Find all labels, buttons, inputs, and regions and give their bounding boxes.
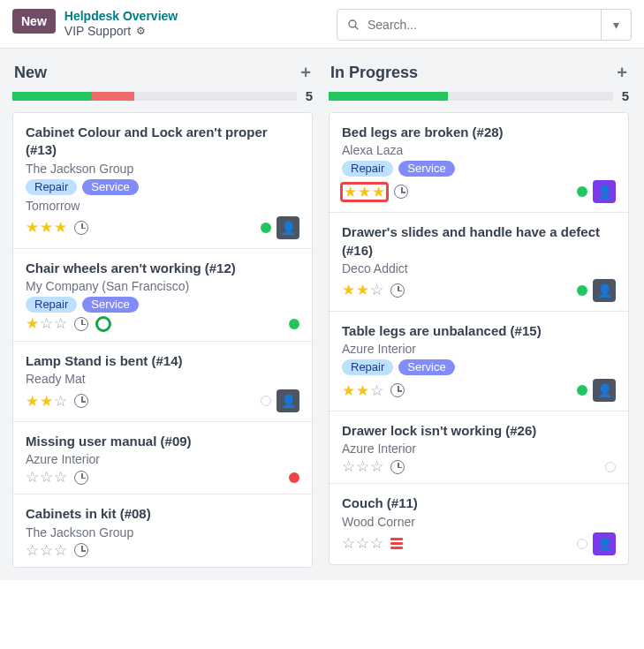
breadcrumb: Helpdesk Overview VIP Support ⚙	[64, 9, 178, 38]
star-icon[interactable]: ☆	[356, 536, 369, 551]
activity-icon[interactable]	[390, 383, 405, 397]
card-footer: ★★☆👤	[342, 279, 616, 302]
tag[interactable]: Repair	[342, 161, 393, 177]
assignee-avatar[interactable]: 👤	[593, 180, 616, 203]
star-icon[interactable]: ★	[356, 383, 369, 398]
star-icon[interactable]: ☆	[54, 394, 67, 409]
star-icon[interactable]: ☆	[54, 470, 67, 485]
star-icon[interactable]: ★	[342, 383, 355, 398]
star-icon[interactable]: ★	[26, 316, 39, 331]
assignee-avatar[interactable]: 👤	[277, 216, 299, 239]
kanban-card[interactable]: Cabinet Colour and Lock aren't proper (#…	[13, 113, 312, 249]
star-icon[interactable]: ☆	[40, 543, 53, 558]
priority-stars[interactable]: ★★★	[342, 184, 387, 200]
kanban-card[interactable]: Drawer's slides and handle have a defect…	[330, 213, 628, 312]
add-card-icon[interactable]: +	[617, 63, 627, 83]
activity-icon[interactable]	[74, 221, 88, 235]
assignee-avatar[interactable]: 👤	[593, 279, 616, 302]
priority-stars[interactable]: ★★★	[26, 220, 67, 235]
activity-icon[interactable]	[74, 543, 88, 557]
star-icon[interactable]: ★	[26, 394, 39, 409]
state-dot[interactable]	[577, 539, 587, 549]
star-icon[interactable]: ☆	[26, 470, 39, 485]
star-icon[interactable]: ☆	[26, 543, 39, 558]
star-icon[interactable]: ★	[40, 220, 53, 235]
kanban-card[interactable]: Lamp Stand is bent (#14)Ready Mat★★☆👤	[13, 342, 312, 422]
tag[interactable]: Service	[398, 359, 454, 375]
kanban-card[interactable]: Missing user manual (#09)Azure Interior☆…	[13, 422, 312, 494]
kanban-card[interactable]: Cabinets in kit (#08)The Jackson Group☆☆…	[13, 494, 312, 566]
priority-stars[interactable]: ★☆☆	[26, 316, 67, 331]
star-icon[interactable]: ☆	[54, 316, 67, 331]
star-icon[interactable]: ☆	[342, 536, 355, 551]
star-icon[interactable]: ★	[358, 185, 371, 200]
card-customer: Deco Addict	[342, 261, 616, 275]
assignee-avatar[interactable]: 👤	[277, 389, 299, 412]
state-dot[interactable]	[289, 319, 299, 329]
assignee-avatar[interactable]: 👤	[593, 379, 616, 402]
search-input[interactable]	[366, 17, 592, 33]
tag[interactable]: Repair	[26, 297, 77, 313]
add-card-icon[interactable]: +	[300, 63, 311, 83]
star-icon[interactable]: ☆	[370, 459, 383, 474]
kanban-card[interactable]: Chair wheels aren't working (#12)My Comp…	[13, 249, 312, 342]
kanban-card[interactable]: Drawer lock isn't working (#26)Azure Int…	[330, 411, 628, 484]
new-button[interactable]: New	[12, 9, 56, 34]
card-title: Couch (#11)	[342, 494, 616, 512]
star-icon[interactable]: ★	[356, 283, 369, 298]
star-icon[interactable]: ☆	[40, 470, 53, 485]
activity-icon[interactable]	[390, 283, 405, 298]
card-title: Cabinets in kit (#08)	[26, 505, 299, 523]
priority-stars[interactable]: ★★☆	[26, 394, 67, 409]
progress-bar	[12, 92, 297, 101]
priority-stars[interactable]: ☆☆☆	[342, 536, 383, 551]
kanban-card[interactable]: Bed legs are broken (#28)Alexa LazaRepai…	[330, 113, 628, 213]
assignee-avatar[interactable]: 👤	[593, 532, 616, 555]
activity-icon[interactable]	[74, 317, 88, 331]
star-icon[interactable]: ★	[372, 185, 385, 200]
state-dot[interactable]	[577, 186, 587, 197]
star-icon[interactable]: ☆	[370, 283, 383, 298]
activity-icon[interactable]	[74, 471, 88, 485]
kanban-card[interactable]: Couch (#11)Wood Corner☆☆☆👤	[330, 484, 628, 563]
star-icon[interactable]: ★	[54, 220, 67, 235]
svg-line-1	[355, 26, 358, 29]
state-dot[interactable]	[289, 472, 299, 483]
star-icon[interactable]: ☆	[342, 459, 355, 474]
priority-stars[interactable]: ☆☆☆	[26, 470, 67, 485]
star-icon[interactable]: ☆	[370, 383, 383, 398]
priority-stars[interactable]: ☆☆☆	[342, 459, 383, 474]
state-dot[interactable]	[261, 223, 271, 233]
state-dot[interactable]	[605, 462, 616, 472]
tag[interactable]: Service	[398, 161, 454, 177]
star-icon[interactable]: ★	[26, 220, 39, 235]
tag[interactable]: Service	[82, 179, 138, 195]
card-customer: Azure Interior	[342, 342, 616, 356]
breadcrumb-title[interactable]: Helpdesk Overview	[64, 9, 178, 24]
search-box[interactable]	[337, 9, 602, 41]
state-dot[interactable]	[577, 385, 587, 396]
star-icon[interactable]: ★	[40, 394, 53, 409]
tag[interactable]: Repair	[342, 359, 393, 375]
star-icon[interactable]: ★	[342, 283, 355, 298]
kanban-card[interactable]: Table legs are unbalanced (#15)Azure Int…	[330, 312, 628, 411]
activity-icon[interactable]	[74, 394, 88, 408]
search-dropdown[interactable]: ▾	[602, 9, 632, 41]
priority-stars[interactable]: ☆☆☆	[26, 543, 67, 558]
star-icon[interactable]: ☆	[356, 459, 369, 474]
card-list: Cabinet Colour and Lock aren't proper (#…	[12, 112, 313, 568]
tag[interactable]: Service	[82, 297, 138, 313]
star-icon[interactable]: ★	[344, 185, 357, 200]
activity-icon[interactable]	[394, 185, 408, 199]
priority-stars[interactable]: ★★☆	[342, 283, 383, 298]
priority-stars[interactable]: ★★☆	[342, 383, 383, 398]
activity-icon[interactable]	[390, 460, 405, 474]
star-icon[interactable]: ☆	[54, 543, 67, 558]
star-icon[interactable]: ☆	[370, 536, 383, 551]
card-tags: RepairService	[26, 179, 299, 195]
tag[interactable]: Repair	[26, 179, 77, 195]
state-dot[interactable]	[261, 396, 271, 406]
star-icon[interactable]: ☆	[40, 316, 53, 331]
state-dot[interactable]	[577, 285, 587, 296]
gear-icon[interactable]: ⚙	[136, 25, 146, 37]
